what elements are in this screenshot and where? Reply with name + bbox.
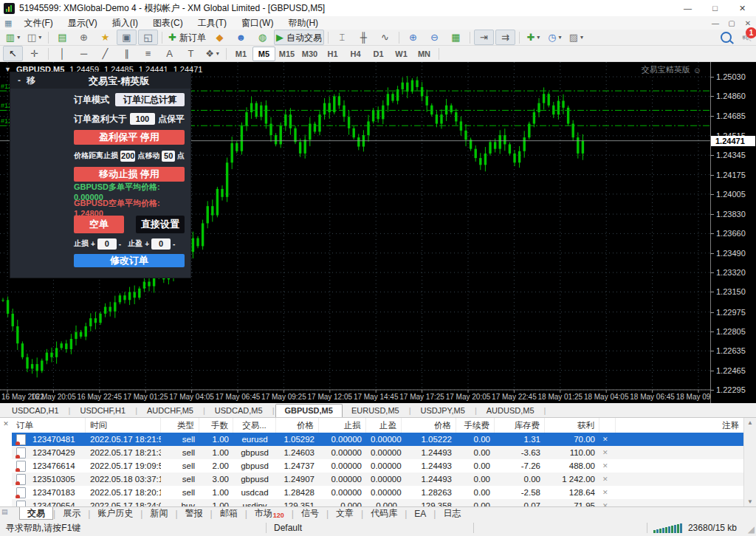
- price-scale[interactable]: 1.250301.248601.246851.245151.243451.241…: [710, 62, 756, 403]
- bar-chart-button[interactable]: ⌶: [332, 30, 352, 45]
- chart-tab-usdchf-h1[interactable]: USDCHF,H1: [71, 405, 134, 417]
- order-row[interactable]: 1234766142022.05.17 19:09:58sell2.00gbpu…: [12, 459, 744, 473]
- resize-grip[interactable]: ◢: [748, 524, 755, 535]
- sl-minus[interactable]: -: [119, 240, 121, 248]
- close-order-icon[interactable]: ✕: [599, 475, 619, 483]
- chart-tab-eurusd-m5[interactable]: EURUSD,M5: [343, 405, 408, 417]
- chart-tab-audchf-m5[interactable]: AUDCHF,M5: [138, 405, 202, 417]
- timeframe-h1[interactable]: H1: [321, 47, 344, 61]
- mode-button[interactable]: 订单汇总计算: [115, 93, 185, 106]
- column-header-2[interactable]: 类型: [161, 418, 199, 433]
- sl-input[interactable]: 0: [97, 238, 117, 250]
- channel-button[interactable]: ∥: [117, 46, 137, 61]
- column-header-11[interactable]: 获利: [545, 418, 599, 433]
- column-header-7[interactable]: 止盈: [366, 418, 402, 433]
- terminal-tab-5[interactable]: 邮箱: [213, 508, 245, 520]
- trendline-button[interactable]: ╱: [95, 46, 115, 61]
- trail-step-input[interactable]: 50: [162, 151, 175, 162]
- column-header-10[interactable]: 库存费: [495, 418, 545, 433]
- text-button[interactable]: A: [159, 46, 179, 61]
- new-order-button[interactable]: ✚新订单: [166, 30, 208, 45]
- column-header-12[interactable]: [599, 418, 616, 433]
- timeframe-m1[interactable]: M1: [230, 47, 252, 61]
- tp-plus[interactable]: +: [145, 240, 149, 248]
- terminal-tab-7[interactable]: 信号: [294, 508, 326, 520]
- terminal-tab-9[interactable]: 代码库: [363, 508, 405, 520]
- trailing-stop-toggle-button[interactable]: 移动止损 停用: [74, 167, 185, 182]
- table-scrollbar[interactable]: ▲ ▼: [743, 418, 756, 506]
- crosshair-button[interactable]: ✛: [24, 46, 44, 61]
- column-header-8[interactable]: 价格: [402, 418, 456, 433]
- terminal-tab-3[interactable]: 新闻: [142, 508, 175, 520]
- timeframe-mn[interactable]: MN: [413, 47, 436, 61]
- column-header-0[interactable]: 订单: [12, 418, 86, 433]
- chart-tab-usdcad-h1[interactable]: USDCAD,H1: [3, 405, 68, 417]
- column-header-9[interactable]: 手续费: [456, 418, 495, 433]
- mql5-market-button[interactable]: ◆: [210, 30, 230, 45]
- ea-smiley-icon[interactable]: ☺: [693, 66, 701, 75]
- auto-scroll-button[interactable]: ⇉: [495, 30, 515, 45]
- notification-badge[interactable]: 1: [746, 27, 756, 38]
- column-header-1[interactable]: 时间: [86, 418, 161, 433]
- zoom-out-button[interactable]: ⊖: [425, 30, 444, 45]
- terminal-tab-8[interactable]: 文章: [329, 508, 361, 520]
- order-row[interactable]: 1234701832022.05.17 18:20:12sell1.00usdc…: [12, 486, 744, 499]
- timeframe-m5[interactable]: M5: [252, 47, 275, 61]
- breakeven-toggle-button[interactable]: 盈利保平 停用: [74, 130, 185, 145]
- timeframe-m15[interactable]: M15: [275, 47, 298, 61]
- timeframe-m30[interactable]: M30: [298, 47, 321, 61]
- chart-tab-usdcad-m5[interactable]: USDCAD,M5: [206, 405, 272, 417]
- tp-input[interactable]: 0: [151, 238, 171, 250]
- scroll-up-icon[interactable]: ▲: [744, 419, 756, 426]
- timeframe-w1[interactable]: W1: [390, 47, 413, 61]
- strategy-tester-button[interactable]: ◱: [138, 30, 158, 45]
- order-row[interactable]: 1234706542022.05.17 18:24:00buy1.00usdjp…: [12, 499, 744, 506]
- close-order-icon[interactable]: ✕: [599, 489, 619, 496]
- terminal-tab-6[interactable]: 市场120: [247, 508, 292, 520]
- menu-item-0[interactable]: 文件(F): [16, 17, 60, 30]
- tile-windows-button[interactable]: ▦: [446, 30, 466, 45]
- menu-item-1[interactable]: 显示(V): [61, 17, 105, 30]
- child-restore-button[interactable]: ▢: [724, 17, 740, 29]
- periods-button[interactable]: ◷▾: [545, 30, 565, 45]
- timeframe-h4[interactable]: H4: [344, 47, 367, 61]
- menu-item-5[interactable]: 窗口(W): [234, 17, 281, 30]
- navigator-button[interactable]: ★: [95, 30, 115, 45]
- scroll-down-icon[interactable]: ▼: [744, 498, 756, 505]
- modify-order-button[interactable]: 修改订单: [74, 254, 185, 267]
- chart-profiles-button[interactable]: ◫▾: [24, 30, 44, 45]
- community-button[interactable]: ☻: [231, 30, 251, 45]
- indicators-button[interactable]: ✚▾: [523, 30, 543, 45]
- tp-minus[interactable]: -: [173, 240, 175, 248]
- child-minimize-button[interactable]: —: [707, 17, 724, 29]
- zoom-in-button[interactable]: ⊕: [403, 30, 423, 45]
- status-profile[interactable]: Default: [267, 523, 473, 533]
- maximize-button[interactable]: □: [701, 0, 729, 16]
- terminal-tab-0[interactable]: 交易: [19, 507, 53, 520]
- trail-distance-input[interactable]: 200: [120, 151, 135, 162]
- chart-window-icon[interactable]: ▦: [0, 18, 16, 28]
- profit-threshold-input[interactable]: 100: [130, 113, 155, 125]
- terminal-tab-2[interactable]: 账户历史: [90, 508, 140, 520]
- chart-shift-button[interactable]: ⇥: [474, 30, 494, 45]
- panel-move-button[interactable]: 移: [27, 75, 35, 87]
- ea-panel-header[interactable]: - 移 交易宝-精英版: [10, 72, 190, 89]
- search-icon[interactable]: [721, 32, 732, 43]
- fibonacci-button[interactable]: ≡: [138, 46, 158, 61]
- vertical-line-button[interactable]: │: [52, 46, 72, 61]
- timeframe-d1[interactable]: D1: [367, 47, 390, 61]
- templates-button[interactable]: ▨▾: [566, 30, 586, 45]
- close-order-icon[interactable]: ✕: [599, 436, 619, 443]
- column-header-3[interactable]: 手数: [199, 418, 233, 433]
- signals-button[interactable]: ◍: [252, 30, 272, 45]
- menu-item-3[interactable]: 图表(C): [145, 17, 190, 30]
- column-header-5[interactable]: 价格: [276, 418, 319, 433]
- market-watch-button[interactable]: ▤: [52, 30, 72, 45]
- order-row[interactable]: 1235103052022.05.18 03:37:11sell3.00gbpu…: [12, 473, 744, 486]
- label-button[interactable]: T: [181, 46, 201, 61]
- close-order-icon[interactable]: ✕: [599, 449, 619, 456]
- child-close-button[interactable]: ✕: [740, 17, 756, 29]
- column-header-13[interactable]: 注释: [616, 418, 744, 433]
- terminal-tab-10[interactable]: EA: [407, 508, 433, 520]
- chart-tab-gbpusd-m5[interactable]: GBPUSD,M5: [275, 404, 343, 417]
